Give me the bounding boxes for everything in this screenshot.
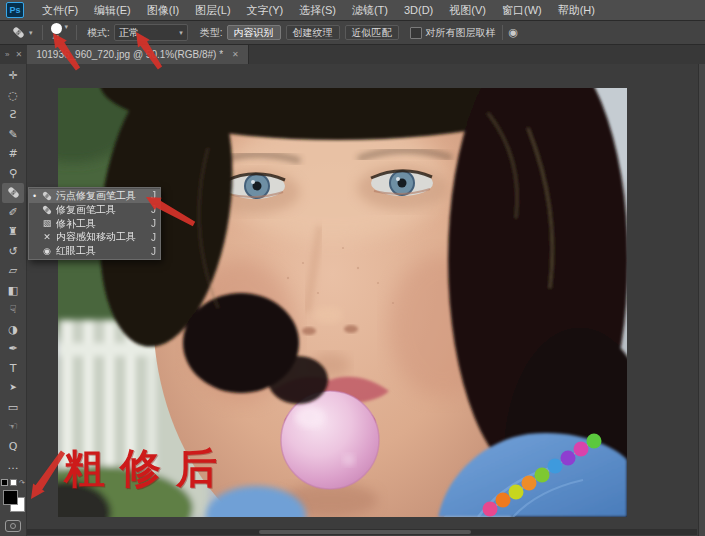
right-eye: [371, 170, 433, 196]
flyout-item-spot-healing-brush[interactable]: • 污点修复画笔工具 J: [29, 189, 160, 203]
flyout-item-patch-tool[interactable]: ▧ 修补工具 J: [29, 217, 160, 231]
pen-tool[interactable]: ✒: [2, 339, 24, 359]
type-icon: T: [10, 363, 17, 374]
path-selection-tool[interactable]: ➤: [2, 378, 24, 398]
tool-preset-button[interactable]: ▾: [8, 24, 36, 41]
crop-tool[interactable]: #: [2, 144, 24, 164]
tab-close-icon[interactable]: ✕: [232, 50, 239, 59]
move-tool[interactable]: ✛: [2, 66, 24, 86]
chevron-down-icon: ▾: [65, 23, 69, 31]
red-eye-icon: ◉: [40, 246, 54, 256]
brush-size-value: 41: [52, 35, 59, 42]
divider: [42, 25, 43, 40]
spot-healing-brush-icon: [11, 25, 26, 40]
swap-colors-icon[interactable]: ↷: [19, 479, 25, 487]
type-create-texture-button[interactable]: 创建纹理: [286, 25, 340, 40]
clone-stamp-icon: ♜: [8, 226, 18, 237]
spot-healing-brush-tool[interactable]: [2, 183, 24, 203]
menu-select[interactable]: 选择(S): [291, 3, 344, 18]
close-icon[interactable]: ✕: [15, 50, 22, 59]
mode-value: 正常: [119, 26, 139, 40]
dodge-icon: ◑: [8, 324, 18, 335]
eyedropper-icon: ⚲: [9, 168, 17, 179]
default-colors-icon[interactable]: [10, 479, 17, 486]
bandaid-icon: [6, 185, 21, 200]
divider: [502, 25, 503, 40]
photoshop-logo[interactable]: Ps: [6, 2, 24, 18]
document-tab[interactable]: 101936_960_720.jpg @ 50.1%(RGB/8#) * ✕: [27, 45, 249, 64]
menu-window[interactable]: 窗口(W): [494, 3, 550, 18]
document-tab-bar: » ✕ 101936_960_720.jpg @ 50.1%(RGB/8#) *…: [0, 45, 705, 65]
scrollbar-thumb[interactable]: [259, 530, 471, 534]
edit-toolbar-button[interactable]: …: [2, 456, 24, 476]
hand-icon: ☜: [8, 421, 18, 432]
flyout-item-red-eye-tool[interactable]: ◉ 红眼工具 J: [29, 244, 160, 258]
annotation-stamp-text: 粗修后: [64, 444, 232, 493]
zoom-tool[interactable]: Q: [2, 437, 24, 457]
brush-icon: ✐: [8, 207, 17, 218]
brush-size-picker[interactable]: 41 ▾: [49, 23, 71, 42]
shortcut-key: J: [147, 204, 156, 215]
mode-label: 模式:: [87, 26, 110, 40]
type-tool[interactable]: T: [2, 359, 24, 379]
marquee-tool[interactable]: ◌: [2, 86, 24, 106]
clone-stamp-tool[interactable]: ♜: [2, 222, 24, 242]
history-brush-icon: ↺: [8, 246, 17, 257]
lasso-tool[interactable]: Ƨ: [2, 105, 24, 125]
menu-bar: Ps 文件(F) 编辑(E) 图像(I) 图层(L) 文字(Y) 选择(S) 滤…: [0, 0, 705, 21]
marquee-icon: ◌: [8, 90, 18, 101]
bandaid-icon: [40, 190, 54, 202]
healing-tools-flyout-menu: • 污点修复画笔工具 J 修复画笔工具 J ▧ 修补工具 J ✕ 内容感知移动工…: [28, 187, 161, 260]
type-content-aware-button[interactable]: 内容识别: [227, 25, 281, 40]
shape-tool[interactable]: ▭: [2, 398, 24, 418]
dodge-tool[interactable]: ◑: [2, 320, 24, 340]
brush-tool[interactable]: ✐: [2, 203, 24, 223]
eraser-icon: ▱: [9, 265, 17, 276]
zoom-icon: Q: [9, 441, 18, 452]
eyedropper-tool[interactable]: ⚲: [2, 164, 24, 184]
bandaid-icon: [40, 204, 54, 216]
horizontal-scrollbar[interactable]: [27, 529, 697, 535]
foreground-color-swatch[interactable]: [3, 490, 18, 505]
menu-file[interactable]: 文件(F): [34, 3, 86, 18]
more-icon: …: [8, 460, 19, 471]
shortcut-key: J: [147, 218, 156, 229]
checkbox-icon: [410, 27, 422, 39]
hand-tool[interactable]: ☜: [2, 417, 24, 437]
gradient-tool[interactable]: ◧: [2, 281, 24, 301]
shortcut-key: J: [147, 232, 156, 243]
content-aware-move-icon: ✕: [40, 232, 54, 242]
quick-selection-icon: ✎: [8, 129, 17, 140]
flyout-item-content-aware-move[interactable]: ✕ 内容感知移动工具 J: [29, 230, 160, 244]
flyout-item-healing-brush[interactable]: 修复画笔工具 J: [29, 203, 160, 217]
divider: [76, 25, 77, 40]
menu-edit[interactable]: 编辑(E): [86, 3, 139, 18]
shortcut-key: J: [147, 190, 156, 201]
menu-filter[interactable]: 滤镜(T): [344, 3, 396, 18]
shortcut-key: J: [147, 246, 156, 257]
flyout-item-label: 修复画笔工具: [56, 203, 145, 217]
default-colors-icon[interactable]: [1, 479, 8, 486]
eraser-tool[interactable]: ▱: [2, 261, 24, 281]
mode-select[interactable]: 正常 ▾: [114, 24, 188, 41]
type-label: 类型:: [200, 26, 223, 40]
quick-selection-tool[interactable]: ✎: [2, 125, 24, 145]
menu-3d[interactable]: 3D(D): [396, 4, 441, 16]
color-swatches: [1, 489, 25, 517]
menu-view[interactable]: 视图(V): [441, 3, 494, 18]
history-brush-tool[interactable]: ↺: [2, 242, 24, 262]
menu-layer[interactable]: 图层(L): [187, 3, 238, 18]
flyout-item-label: 红眼工具: [56, 244, 145, 258]
pen-pressure-icon[interactable]: ◉: [509, 26, 519, 39]
menu-type[interactable]: 文字(Y): [239, 3, 292, 18]
quick-mask-button[interactable]: [5, 520, 21, 532]
panel-chevrons-icon[interactable]: »: [5, 50, 9, 59]
panel-dock-strip[interactable]: [698, 64, 705, 536]
flyout-item-label: 内容感知移动工具: [56, 230, 145, 244]
menu-image[interactable]: 图像(I): [139, 3, 187, 18]
sample-all-layers-checkbox[interactable]: 对所有图层取样: [410, 26, 496, 40]
type-proximity-match-button[interactable]: 近似匹配: [345, 25, 399, 40]
menu-help[interactable]: 帮助(H): [550, 3, 603, 18]
smudge-tool[interactable]: ☟: [2, 300, 24, 320]
patch-icon: ▧: [40, 218, 54, 228]
